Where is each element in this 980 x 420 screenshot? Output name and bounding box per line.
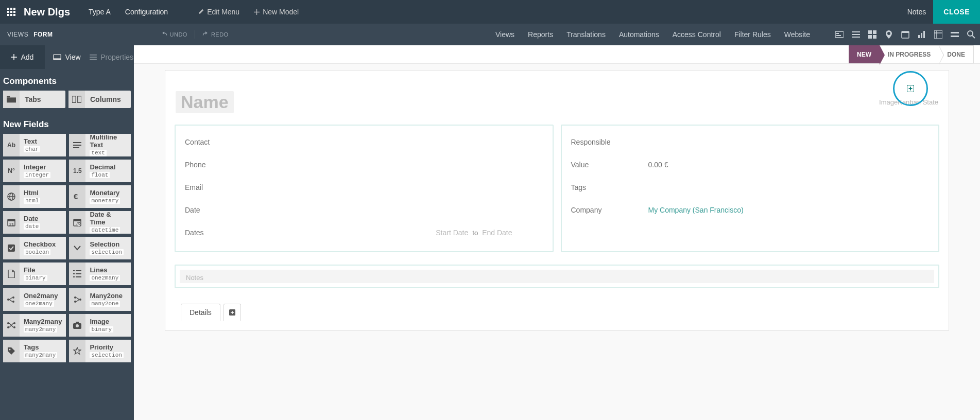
field-type-date-6[interactable]: 21Datedate — [3, 211, 66, 234]
end-date-ph[interactable]: End Date — [482, 229, 512, 237]
app-title[interactable]: New Dlgs — [24, 6, 70, 18]
svg-rect-35 — [90, 59, 97, 60]
field-type-binary-10[interactable]: Filebinary — [3, 262, 66, 285]
selection-icon — [69, 340, 85, 362]
calendar-view-icon[interactable] — [901, 30, 910, 39]
field-type-float-3[interactable]: 1.5Decimalfloat — [69, 160, 131, 182]
svg-line-68 — [76, 297, 79, 300]
tab-views[interactable]: Views — [495, 30, 514, 39]
nav-notes[interactable]: Notes — [900, 0, 934, 24]
close-button[interactable]: CLOSE — [933, 0, 980, 24]
tab-website[interactable]: Website — [784, 30, 810, 39]
binary-icon — [3, 262, 20, 285]
notes-field[interactable]: Notes — [180, 270, 934, 283]
tab-translations[interactable]: Translations — [566, 30, 606, 39]
field-type-integer-2[interactable]: N°Integerinteger — [3, 160, 66, 182]
tab-filter-rules[interactable]: Filter Rules — [734, 30, 771, 39]
nav-configuration[interactable]: Configuration — [118, 0, 175, 24]
list-view-icon[interactable] — [851, 30, 861, 39]
left-panel-scroll[interactable]: Add View Properties Components Tabs — [0, 45, 134, 420]
company-value[interactable]: My Company (San Francisco) — [648, 206, 930, 214]
field-type-many2many-16[interactable]: Tagsmany2many — [3, 340, 66, 362]
form-canvas[interactable]: NEW IN PROGRESS DONE Name ImageKanban St… — [134, 45, 980, 420]
kanban-view-icon[interactable] — [868, 30, 877, 39]
tab-access-control[interactable]: Access Control — [673, 30, 721, 39]
add-tab-button[interactable] — [223, 304, 241, 321]
field-type-datetime-7[interactable]: Date & Timedatetime — [69, 211, 131, 234]
component-columns[interactable]: Columns — [68, 91, 131, 108]
name-field[interactable]: Name — [176, 91, 234, 113]
label-company: Company — [571, 206, 648, 214]
field-type-one2many-11[interactable]: Linesone2many — [69, 262, 131, 285]
field-type-label: Selection — [90, 241, 127, 249]
svg-rect-39 — [78, 96, 81, 103]
binary-icon — [69, 314, 85, 337]
field-type-text-1[interactable]: Multiline Texttext — [69, 134, 131, 156]
svg-point-66 — [12, 301, 14, 303]
field-company[interactable]: Company My Company (San Francisco) — [571, 199, 930, 221]
svg-rect-8 — [13, 14, 15, 16]
field-type-label: One2many — [24, 292, 62, 300]
nav-type[interactable]: Type A — [81, 0, 118, 24]
sidebar-tab-add[interactable]: Add — [0, 45, 45, 69]
nav-new-model[interactable]: New Model — [247, 0, 306, 24]
status-in-progress[interactable]: IN PROGRESS — [880, 45, 939, 63]
field-contact[interactable]: Contact — [185, 131, 543, 153]
field-email[interactable]: Email — [185, 176, 543, 199]
section-new-fields-title: New Fields — [0, 112, 134, 134]
field-tags[interactable]: Tags — [571, 176, 930, 199]
crumb-form[interactable]: FORM — [33, 31, 53, 38]
separator — [195, 30, 195, 39]
start-date-ph[interactable]: Start Date — [436, 229, 468, 237]
tab-automations[interactable]: Automations — [619, 30, 659, 39]
svg-rect-55 — [8, 244, 15, 252]
field-phone[interactable]: Phone — [185, 153, 543, 176]
status-new[interactable]: NEW — [849, 45, 880, 63]
tab-details[interactable]: Details — [181, 304, 220, 321]
component-tabs[interactable]: Tabs — [3, 91, 65, 108]
field-type-boolean-8[interactable]: Checkboxboolean — [3, 237, 66, 259]
add-button-highlighted[interactable] — [893, 71, 928, 106]
svg-rect-41 — [73, 145, 81, 146]
html-icon — [3, 185, 20, 208]
nav-edit-menu[interactable]: Edit Menu — [191, 0, 247, 24]
field-type-label: Decimal — [90, 164, 127, 171]
status-done[interactable]: DONE — [939, 45, 974, 63]
crumb-views[interactable]: VIEWS — [7, 31, 28, 38]
field-dates[interactable]: Dates Start Date to End Date — [185, 221, 543, 244]
top-navbar: New Dlgs Type A Configuration Edit Menu … — [0, 0, 980, 24]
field-type-tech: selection — [90, 352, 123, 359]
redo-button[interactable]: REDO — [202, 31, 229, 38]
field-value[interactable]: Value 0.00 € — [571, 153, 930, 176]
svg-rect-7 — [10, 14, 12, 16]
search-icon[interactable] — [967, 30, 976, 39]
field-date[interactable]: Date — [185, 199, 543, 221]
field-type-binary-15[interactable]: Imagebinary — [69, 314, 131, 337]
field-type-selection-9[interactable]: Selectionselection — [69, 237, 131, 259]
sidebar-tab-properties[interactable]: Properties — [89, 45, 134, 69]
monetary-icon: € — [69, 185, 85, 208]
tab-reports[interactable]: Reports — [528, 30, 553, 39]
pivot-view-icon[interactable] — [934, 30, 943, 39]
field-type-selection-17[interactable]: Priorityselection — [69, 340, 131, 362]
apps-icon[interactable] — [4, 5, 19, 19]
svg-point-29 — [968, 31, 973, 36]
label-email: Email — [185, 183, 262, 191]
svg-rect-60 — [73, 276, 75, 277]
field-type-many2one-13[interactable]: Many2onemany2one — [69, 288, 131, 311]
nav-edit-menu-label: Edit Menu — [207, 8, 239, 16]
field-type-one2many-12[interactable]: One2manyone2many — [3, 288, 66, 311]
field-type-char-0[interactable]: AbTextchar — [3, 134, 66, 156]
undo-button[interactable]: UNDO — [161, 31, 187, 38]
field-type-html-4[interactable]: Htmlhtml — [3, 185, 66, 208]
activity-view-icon[interactable] — [950, 30, 959, 39]
form-view-icon[interactable] — [835, 30, 844, 39]
map-view-icon[interactable] — [884, 30, 893, 39]
sidebar-tab-view[interactable]: View — [45, 45, 90, 69]
view-switch-icons — [835, 30, 976, 39]
field-type-monetary-5[interactable]: €Monetarymonetary — [69, 185, 131, 208]
field-type-many2many-14[interactable]: Many2manymany2many — [3, 314, 66, 337]
field-responsible[interactable]: Responsible — [571, 131, 930, 153]
field-type-tech: datetime — [90, 227, 120, 234]
graph-view-icon[interactable] — [917, 30, 926, 39]
